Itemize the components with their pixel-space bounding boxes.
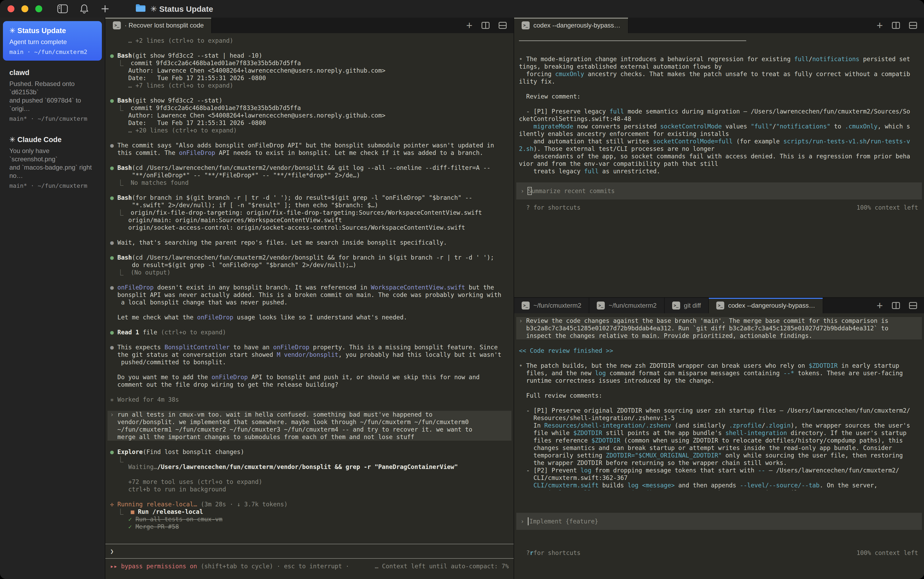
zoom-window-button[interactable] — [35, 5, 42, 12]
notifications-bell-icon[interactable] — [80, 4, 89, 14]
split-horizontal-icon[interactable] — [909, 22, 917, 29]
sidebar: ✳ Status UpdateAgent turn completemain ·… — [0, 18, 105, 579]
titlebar: ✳ Status Update — [0, 0, 924, 18]
sidebar-item-2[interactable]: ✳ Claude CodeYou only have `screenshot.p… — [3, 130, 102, 195]
terminal-line — [110, 134, 509, 142]
terminal-line: this commit. The onFileDrop API needs to… — [110, 149, 509, 157]
pane-claude-main: >_· Recover lost bonsplit code + … +2 li… — [105, 18, 514, 579]
split-vertical-icon[interactable] — [892, 302, 900, 309]
terminal-line: files, and the new log command format ca… — [519, 370, 919, 377]
terminal-line: • The patch builds, but the new zsh ZDOT… — [519, 362, 919, 370]
toggle-sidebar-icon[interactable] — [57, 4, 68, 13]
codex-bottom-terminal-output[interactable]: › Review the code changes against the ba… — [514, 313, 924, 490]
terminal-line: the wrapper ZDOTDIR before returning so … — [519, 459, 919, 466]
terminal-line: • The mode-migration change introduces a… — [519, 55, 919, 63]
text-cursor — [528, 517, 528, 525]
session-branch-path: main · ~/fun/cmuxterm2 — [9, 49, 95, 55]
terminal-line: origin/main: origin/main:Sources/Workspa… — [110, 216, 509, 224]
terminal-line: pushed/committed to bonsplit. — [110, 358, 509, 366]
terminal-line: CLI/cmuxterm.swift builds log <message> … — [519, 481, 919, 489]
terminal-line: 2.sh). Those external test/CLI processes… — [519, 145, 919, 152]
terminal-line: … +2 lines (ctrl+o to expand) — [110, 37, 509, 44]
split-horizontal-icon[interactable] — [499, 22, 507, 29]
terminal-line — [110, 276, 509, 284]
terminal-line: ● Read 1 file (ctrl+o to expand) — [110, 329, 509, 336]
sidebar-item-1[interactable]: clawdPushed. Rebased onto `d62153b`and p… — [3, 63, 102, 128]
split-vertical-icon[interactable] — [481, 22, 489, 29]
terminal-icon: >_ — [597, 301, 605, 309]
sidebar-item-0[interactable]: ✳ Status UpdateAgent turn completemain ·… — [3, 21, 102, 61]
terminal-line — [519, 399, 919, 407]
codex-bottom-tab-0[interactable]: >_~/fun/cmuxterm2 — [514, 298, 589, 313]
terminal-line: temporarily setting ZDOTDIR="$CMUX_ORIGI… — [519, 451, 919, 459]
user-message-line: ~/fun/cmuxterm1 ~/fun/cmuxter2 ~/fun/cmu… — [107, 426, 512, 433]
terminal-line: Waiting…/Users/lawrencechen/fun/cmuxterm… — [110, 463, 509, 471]
terminal-line: ● onFileDrop doesn't exist in any bonspl… — [110, 284, 509, 291]
split-horizontal-icon[interactable] — [909, 302, 917, 309]
terminal-line: … +7 lines (ctrl+o to expand) — [110, 82, 509, 89]
claude-terminal-output[interactable]: … +2 lines (ctrl+o to expand)● Bash(git … — [105, 33, 514, 544]
terminal-line: files reference $ZDOTDIR (common when us… — [519, 437, 919, 444]
session-branch-path: main* · ~/fun/cmuxterm — [9, 115, 95, 122]
user-message-line: merge all the important changes to submo… — [107, 433, 512, 441]
minimize-window-button[interactable] — [21, 5, 28, 12]
claude-tab-0[interactable]: >_· Recover lost bonsplit code — [105, 18, 212, 33]
new-tab-icon[interactable]: + — [877, 20, 883, 31]
terminal-line — [519, 85, 919, 93]
terminal-line: Date: Tue Feb 17 21:55:31 2026 -0800 — [110, 74, 509, 82]
terminal-line — [110, 157, 509, 164]
terminal-line: descendants of the app, so socket comman… — [519, 152, 919, 160]
terminal-line: cketControlSettings.swift:48-48 — [519, 115, 919, 123]
session-title: ✳ Status Update — [9, 26, 95, 35]
terminal-line: the git status at conversation start sho… — [110, 351, 509, 358]
codex-bottom-tab-2[interactable]: >_git diff — [665, 298, 709, 313]
split-vertical-icon[interactable] — [892, 22, 900, 29]
terminal-line: runtime correctness issues introduced by… — [519, 377, 919, 384]
terminal-line: Author: Lawrence Chen <54008264+lawrence… — [110, 67, 509, 74]
codex-prompt-input[interactable]: › Summarize recent commits — [516, 182, 922, 200]
terminal-icon: >_ — [113, 21, 121, 29]
terminal-divider — [519, 40, 919, 48]
session-title: ✳ Claude Code — [9, 136, 95, 144]
terminal-line — [110, 388, 509, 396]
terminal-line: - [P1] Preserve legacy full mode semanti… — [519, 108, 919, 115]
user-message-line: vendor/bonsplit. we implemented that som… — [107, 418, 512, 426]
terminal-line: "**/onFileDrop*" -- "**/*FileDrop*" -- "… — [110, 172, 509, 179]
codex-prompt-input[interactable]: › Implement {feature} — [516, 513, 922, 530]
terminal-line: ility fix. — [519, 78, 919, 85]
new-tab-icon[interactable]: + — [466, 20, 473, 31]
terminal-line: Review comment: — [519, 93, 919, 100]
terminal-line: ctrl+b to run in background — [110, 486, 509, 493]
terminal-line: ⎿ — [110, 456, 509, 463]
terminal-line: ● Bash(for branch in $(git branch -r | t… — [110, 194, 509, 201]
codex-top-tab-0[interactable]: >_codex --dangerously-bypass… — [514, 18, 629, 33]
codex-bottom-input-area: › Implement {feature} ?rfor shortcuts100… — [514, 490, 924, 579]
terminal-line — [519, 384, 919, 392]
terminal-line: "*.swift" 2>/dev/null); if [ -n "$result… — [110, 201, 509, 209]
codex-top-tabstrip: >_codex --dangerously-bypass… + — [514, 18, 924, 33]
terminal-icon: >_ — [716, 301, 724, 309]
terminal-line: origin/socket-access-control: origin/soc… — [110, 224, 509, 231]
new-workspace-icon[interactable] — [100, 4, 110, 13]
codex-top-terminal-output[interactable]: • The mode-migration change introduces a… — [514, 33, 924, 297]
terminal-line: ⎿ commit 9fd3cc2a6c468ba1ed01ae7f833e35b… — [110, 104, 509, 112]
terminal-line — [110, 231, 509, 239]
tab-label: ~/fun/cmuxterm2 — [533, 302, 581, 309]
codex-bottom-tab-1[interactable]: >_~/fun/cmuxterm2 — [589, 298, 665, 313]
tab-label: ~/fun/cmuxterm2 — [609, 302, 656, 309]
terminal-line: file while $ZDOTDIR still points at the … — [519, 429, 919, 437]
terminal-line: comment out the file drop wiring to get … — [110, 381, 509, 388]
new-tab-icon[interactable]: + — [877, 300, 883, 311]
codex-bottom-tab-3[interactable]: >_codex --dangerously-bypass… — [709, 298, 823, 313]
terminal-line: treats legacy full as unrestricted. — [519, 167, 919, 175]
terminal-line: ilently enables ancestry enforcement for… — [519, 130, 919, 137]
terminal-line — [110, 336, 509, 343]
claude-prompt-input[interactable]: ❯ — [105, 544, 514, 558]
terminal-line: ✓ Run all tests on cmux-vm — [110, 515, 509, 523]
close-window-button[interactable] — [8, 5, 15, 12]
claude-status-bar: ▸▸ bypass permissions on (shift+tab to c… — [105, 559, 514, 570]
terminal-line: migrateMode now converts persisted socke… — [519, 123, 919, 130]
tab-label: · Recover lost bonsplit code — [125, 21, 204, 29]
user-message-line: b3c2a8c7c3a45c1285e01027d72b9bddab4ea312… — [516, 324, 922, 332]
terminal-line — [110, 366, 509, 373]
